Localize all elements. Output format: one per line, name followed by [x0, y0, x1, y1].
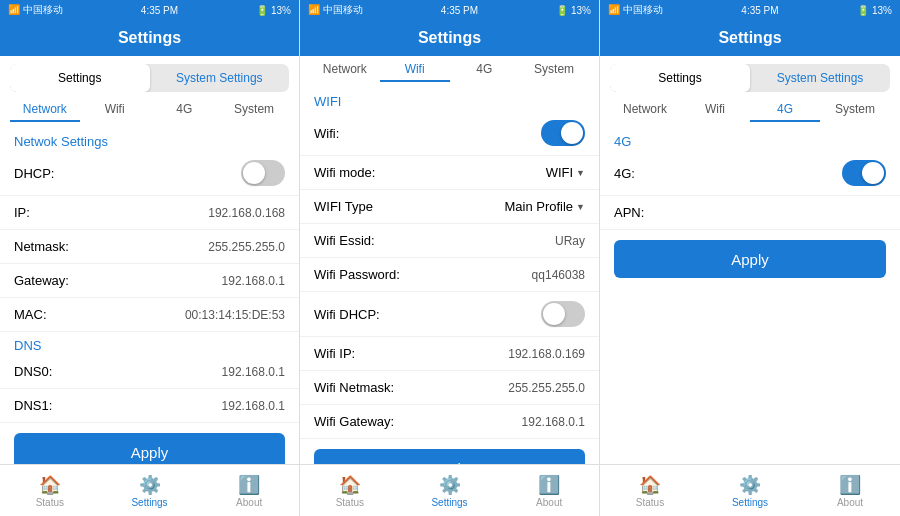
app-title: Settings [418, 29, 481, 47]
row-item: Netmask:255.255.255.0 [0, 230, 299, 264]
status-icon: 🏠 [639, 474, 661, 496]
row-label: Wifi Netmask: [314, 380, 394, 395]
about-icon: ℹ️ [839, 474, 861, 496]
row-label: Wifi Password: [314, 267, 400, 282]
sub-nav-wifi[interactable]: Wifi [380, 58, 450, 82]
row-item: Wifi DHCP: [300, 292, 599, 337]
bottom-nav-status[interactable]: 🏠Status [600, 465, 700, 516]
status-battery: 🔋 13% [256, 5, 291, 16]
phone-panel-panel-4g: 📶 中国移动 4:35 PM 🔋 13% SettingsSettingsSys… [600, 0, 900, 516]
about-icon: ℹ️ [538, 474, 560, 496]
row-value: 192.168.0.1 [222, 399, 285, 413]
row-item: WIFI TypeMain Profile▼ [300, 190, 599, 224]
content-area: Netwok SettingsDHCP:IP:192.168.0.168Netm… [0, 124, 299, 464]
about-label: About [837, 497, 863, 508]
apply-button[interactable]: Apply [614, 240, 886, 278]
bottom-nav-settings[interactable]: ⚙️Settings [400, 465, 500, 516]
sub-nav: NetworkWifi4GSystem [0, 96, 299, 124]
status-time: 4:35 PM [441, 5, 478, 16]
row-label: IP: [14, 205, 30, 220]
row-value: 192.168.0.1 [222, 365, 285, 379]
row-item: Wifi Essid:URay [300, 224, 599, 258]
bottom-nav-settings[interactable]: ⚙️Settings [100, 465, 200, 516]
row-label: WIFI Type [314, 199, 373, 214]
sub-nav-4g[interactable]: 4G [150, 98, 220, 122]
row-label: DHCP: [14, 166, 54, 181]
app-header: Settings [0, 20, 299, 56]
sub-nav-system[interactable]: System [820, 98, 890, 122]
row-label: APN: [614, 205, 644, 220]
row-value: 255.255.255.0 [208, 240, 285, 254]
row-item: Wifi: [300, 111, 599, 156]
row-label: Wifi Essid: [314, 233, 375, 248]
row-label: Wifi DHCP: [314, 307, 380, 322]
sub-nav-network[interactable]: Network [310, 58, 380, 82]
row-item: DNS1:192.168.0.1 [0, 389, 299, 423]
about-label: About [536, 497, 562, 508]
tab-system-settings[interactable]: System Settings [750, 64, 890, 92]
toggle-switch[interactable] [541, 120, 585, 146]
row-item: DHCP: [0, 151, 299, 196]
bottom-nav-settings[interactable]: ⚙️Settings [700, 465, 800, 516]
row-item: Wifi mode:WIFI▼ [300, 156, 599, 190]
sub-nav-wifi[interactable]: Wifi [680, 98, 750, 122]
content-area: WIFIWifi:Wifi mode:WIFI▼WIFI TypeMain Pr… [300, 84, 599, 464]
sub-nav: NetworkWifi4GSystem [300, 56, 599, 84]
status-carrier: 📶 中国移动 [308, 3, 363, 17]
row-label: DNS1: [14, 398, 52, 413]
status-icon: 🏠 [39, 474, 61, 496]
toggle-switch[interactable] [541, 301, 585, 327]
row-label: Wifi Gateway: [314, 414, 394, 429]
tab-settings[interactable]: Settings [610, 64, 750, 92]
settings-label: Settings [131, 497, 167, 508]
row-item: Wifi Gateway:192.168.0.1 [300, 405, 599, 439]
row-label: Netmask: [14, 239, 69, 254]
row-label: Gateway: [14, 273, 69, 288]
row-item: Wifi Netmask:255.255.255.0 [300, 371, 599, 405]
row-label: Wifi mode: [314, 165, 375, 180]
toggle-switch[interactable] [241, 160, 285, 186]
tab-settings[interactable]: Settings [10, 64, 150, 92]
sub-nav-system[interactable]: System [219, 98, 289, 122]
row-item: DNS0:192.168.0.1 [0, 355, 299, 389]
row-value: 192.168.0.168 [208, 206, 285, 220]
status-bar: 📶 中国移动 4:35 PM 🔋 13% [0, 0, 299, 20]
row-label: DNS0: [14, 364, 52, 379]
sub-nav-4g[interactable]: 4G [450, 58, 520, 82]
row-item: Gateway:192.168.0.1 [0, 264, 299, 298]
sub-nav-network[interactable]: Network [10, 98, 80, 122]
bottom-nav-about[interactable]: ℹ️About [499, 465, 599, 516]
section-header: 4G [600, 128, 900, 151]
bottom-nav-status[interactable]: 🏠Status [0, 465, 100, 516]
sub-nav-system[interactable]: System [519, 58, 589, 82]
status-bar: 📶 中国移动 4:35 PM 🔋 13% [600, 0, 900, 20]
row-item: 4G: [600, 151, 900, 196]
row-value: URay [555, 234, 585, 248]
apply-button[interactable]: Apply [14, 433, 285, 464]
settings-label: Settings [431, 497, 467, 508]
row-value: qq146038 [532, 268, 585, 282]
settings-label: Settings [732, 497, 768, 508]
about-label: About [236, 497, 262, 508]
bottom-nav-status[interactable]: 🏠Status [300, 465, 400, 516]
bottom-nav-about[interactable]: ℹ️About [199, 465, 299, 516]
apply-button[interactable]: Apply [314, 449, 585, 464]
phone-panel-panel-wifi: 📶 中国移动 4:35 PM 🔋 13% SettingsNetworkWifi… [300, 0, 600, 516]
toggle-switch[interactable] [842, 160, 886, 186]
sub-nav-4g[interactable]: 4G [750, 98, 820, 122]
status-time: 4:35 PM [141, 5, 178, 16]
row-item: MAC:00:13:14:15:DE:53 [0, 298, 299, 332]
bottom-nav-about[interactable]: ℹ️About [800, 465, 900, 516]
row-label: MAC: [14, 307, 47, 322]
row-item: APN: [600, 196, 900, 230]
settings-icon: ⚙️ [439, 474, 461, 496]
bottom-nav: 🏠Status⚙️Settingsℹ️About [300, 464, 599, 516]
sub-nav-wifi[interactable]: Wifi [80, 98, 150, 122]
tab-system-settings[interactable]: System Settings [150, 64, 290, 92]
section-header: WIFI [300, 88, 599, 111]
dropdown-value[interactable]: WIFI▼ [546, 165, 585, 180]
dropdown-value[interactable]: Main Profile▼ [504, 199, 585, 214]
settings-icon: ⚙️ [739, 474, 761, 496]
row-label: 4G: [614, 166, 635, 181]
sub-nav-network[interactable]: Network [610, 98, 680, 122]
